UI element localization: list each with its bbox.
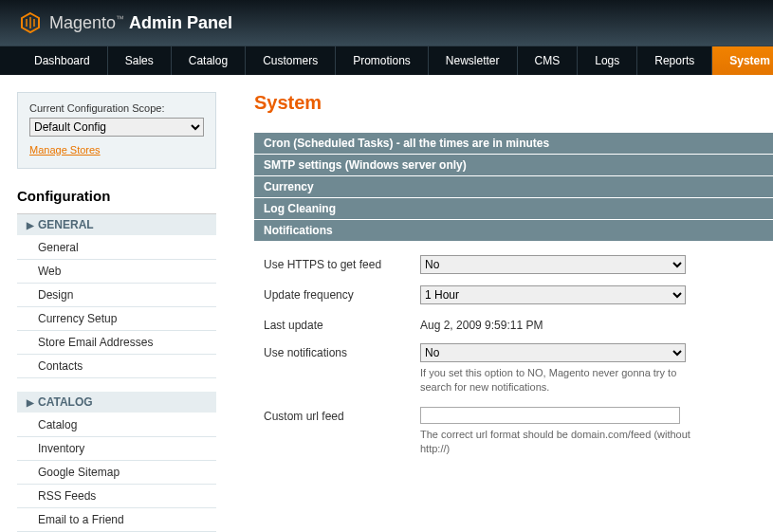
sidebar-item-inventory[interactable]: Inventory (17, 437, 216, 461)
main-content: System Cron (Scheduled Tasks) - all the … (216, 92, 773, 532)
nav-reports[interactable]: Reports (637, 46, 712, 75)
nav-sales[interactable]: Sales (108, 46, 172, 75)
nav-catalog[interactable]: Catalog (172, 46, 246, 75)
panel-cron[interactable]: Cron (Scheduled Tasks) - all the times a… (254, 133, 773, 155)
nav-customers[interactable]: Customers (246, 46, 336, 75)
sidebar-item-google-sitemap[interactable]: Google Sitemap (17, 461, 216, 485)
scope-select[interactable]: Default Config (29, 118, 204, 137)
note-custom-url: The correct url format should be domain.… (420, 428, 695, 457)
notifications-body: Use HTTPS to get feed No Update frequenc… (254, 242, 773, 478)
sidebar-item-general[interactable]: General (17, 236, 216, 260)
nav-dashboard[interactable]: Dashboard (17, 46, 108, 75)
panel-smtp[interactable]: SMTP settings (Windows server only) (254, 155, 773, 176)
row-use-notifications: Use notifications No If you set this opt… (264, 343, 764, 395)
header: Magento™ Admin Panel (0, 0, 773, 46)
row-custom-url: Custom url feed The correct url format s… (264, 407, 764, 457)
sidebar-item-currency-setup[interactable]: Currency Setup (17, 307, 216, 331)
nav-promotions[interactable]: Promotions (336, 46, 429, 75)
value-last-update: Aug 2, 2009 9:59:11 PM (420, 316, 543, 332)
note-use-notifications: If you set this option to NO, Magento ne… (420, 366, 695, 395)
expand-icon: ▶ (27, 397, 34, 408)
section-head-general[interactable]: ▶GENERAL (17, 214, 216, 236)
row-update-frequency: Update frequency 1 Hour (264, 285, 764, 304)
sidebar: Current Configuration Scope: Default Con… (17, 92, 216, 532)
label-update-frequency: Update frequency (264, 285, 420, 302)
panel-currency[interactable]: Currency (254, 176, 773, 198)
label-custom-url: Custom url feed (264, 407, 420, 423)
scope-label: Current Configuration Scope: (29, 102, 204, 114)
header-title: Magento™ Admin Panel (49, 13, 232, 33)
manage-stores-link[interactable]: Manage Stores (29, 144, 101, 156)
select-use-https[interactable]: No (420, 255, 686, 274)
scope-box: Current Configuration Scope: Default Con… (17, 92, 216, 169)
sidebar-item-design[interactable]: Design (17, 284, 216, 307)
panel-log[interactable]: Log Cleaning (254, 198, 773, 220)
row-last-update: Last update Aug 2, 2009 9:59:11 PM (264, 316, 764, 332)
label-last-update: Last update (264, 316, 420, 332)
magento-logo-icon (19, 11, 42, 34)
sidebar-item-web[interactable]: Web (17, 260, 216, 284)
nav-logs[interactable]: Logs (578, 46, 637, 75)
label-use-https: Use HTTPS to get feed (264, 255, 420, 271)
panel-notifications[interactable]: Notifications (254, 220, 773, 242)
sidebar-title: Configuration (17, 182, 216, 214)
label-use-notifications: Use notifications (264, 343, 420, 359)
sidebar-item-contacts[interactable]: Contacts (17, 355, 216, 378)
row-use-https: Use HTTPS to get feed No (264, 255, 764, 274)
sidebar-item-rss-feeds[interactable]: RSS Feeds (17, 485, 216, 508)
sidebar-item-email-to-a-friend[interactable]: Email to a Friend (17, 508, 216, 532)
select-use-notifications[interactable]: No (420, 343, 686, 362)
nav-newsletter[interactable]: Newsletter (429, 46, 518, 75)
select-update-frequency[interactable]: 1 Hour (420, 285, 686, 304)
nav-system[interactable]: System (712, 46, 773, 75)
section-head-catalog[interactable]: ▶CATALOG (17, 392, 216, 413)
expand-icon: ▶ (27, 220, 34, 230)
sidebar-item-store-email-addresses[interactable]: Store Email Addresses (17, 331, 216, 355)
input-custom-url[interactable] (420, 407, 680, 424)
page-title: System (254, 92, 773, 114)
main-nav: DashboardSalesCatalogCustomersPromotions… (0, 46, 773, 75)
sidebar-item-catalog[interactable]: Catalog (17, 413, 216, 437)
nav-cms[interactable]: CMS (518, 46, 579, 75)
